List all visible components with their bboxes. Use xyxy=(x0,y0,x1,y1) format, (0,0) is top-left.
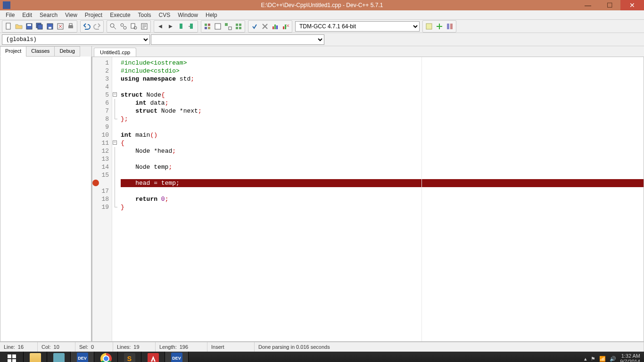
line-number[interactable]: 4 xyxy=(92,83,111,91)
line-number[interactable]: 14 xyxy=(92,163,111,171)
fold-end[interactable] xyxy=(112,115,119,123)
code-line[interactable]: { xyxy=(121,139,644,147)
stop-button[interactable] xyxy=(260,21,270,32)
goto-bookmark-button[interactable] xyxy=(186,21,197,32)
forward-button[interactable]: ► xyxy=(165,21,176,32)
code-line[interactable] xyxy=(121,187,644,195)
menu-search[interactable]: Search xyxy=(36,11,61,19)
code-line[interactable]: struct Node{ xyxy=(121,91,644,99)
goto-button[interactable] xyxy=(139,21,149,32)
code-line[interactable]: int main() xyxy=(121,131,644,139)
task-devcpp-2[interactable]: DEV xyxy=(165,352,189,362)
find-button[interactable] xyxy=(108,21,118,32)
line-number[interactable]: 15 xyxy=(92,171,111,179)
line-number[interactable]: 8 xyxy=(92,115,111,123)
menu-file[interactable]: File xyxy=(2,11,18,19)
save-all-button[interactable] xyxy=(34,21,45,32)
code-editor[interactable]: 123456789101112131415171819 −− #include<… xyxy=(92,57,644,342)
debug-button[interactable] xyxy=(249,21,260,32)
code-line[interactable]: head = temp; xyxy=(121,179,644,187)
line-number[interactable]: 5 xyxy=(92,91,111,99)
tray-flag-icon[interactable]: ⚑ xyxy=(591,356,595,362)
save-button[interactable] xyxy=(24,21,34,32)
error-marker-icon[interactable] xyxy=(92,179,111,187)
task-devcpp[interactable]: DEV xyxy=(71,352,94,362)
find-in-files-button[interactable] xyxy=(129,21,139,32)
menu-edit[interactable]: Edit xyxy=(18,11,36,19)
code-line[interactable] xyxy=(121,83,644,91)
fold-line[interactable] xyxy=(112,187,119,195)
bookmark-button[interactable] xyxy=(176,21,186,32)
back-button[interactable]: ◄ xyxy=(155,21,165,32)
line-number[interactable]: 13 xyxy=(92,155,111,163)
editor-tab[interactable]: Untitled1.cpp xyxy=(94,48,136,57)
task-chrome[interactable] xyxy=(94,352,118,362)
fold-line[interactable] xyxy=(112,99,119,107)
tray-volume-icon[interactable]: 🔊 xyxy=(610,356,616,362)
save-as-button[interactable] xyxy=(45,21,55,32)
menu-tools[interactable]: Tools xyxy=(134,11,155,19)
menu-execute[interactable]: Execute xyxy=(106,11,134,19)
menu-window[interactable]: Window xyxy=(174,11,202,19)
fold-line[interactable] xyxy=(112,163,119,171)
new-file-button[interactable] xyxy=(3,21,14,32)
code-line[interactable]: }; xyxy=(121,115,644,123)
open-button[interactable] xyxy=(14,21,24,32)
code-line[interactable] xyxy=(121,171,644,179)
fold-line[interactable] xyxy=(112,107,119,115)
tray-clock[interactable]: 1:32 AM 9/7/2014 xyxy=(620,353,640,362)
code-line[interactable]: using namespace std; xyxy=(121,75,644,83)
line-number[interactable]: 1 xyxy=(92,59,111,67)
code-line[interactable]: return 0; xyxy=(121,195,644,203)
menu-help[interactable]: Help xyxy=(202,11,221,19)
fold-toggle-icon[interactable]: − xyxy=(112,91,119,99)
project-tree[interactable] xyxy=(0,57,91,342)
fold-column[interactable]: −− xyxy=(112,57,119,341)
left-tab-debug[interactable]: Debug xyxy=(54,46,80,57)
fold-toggle-icon[interactable]: − xyxy=(112,139,119,147)
fold-line[interactable] xyxy=(112,195,119,203)
compiler-select[interactable]: TDM-GCC 4.7.1 64-bit xyxy=(295,21,420,32)
line-gutter[interactable]: 123456789101112131415171819 xyxy=(92,57,112,341)
menu-view[interactable]: View xyxy=(61,11,81,19)
code-line[interactable]: Node temp; xyxy=(121,163,644,171)
line-number[interactable]: 18 xyxy=(92,195,111,203)
task-explorer[interactable] xyxy=(24,352,47,362)
line-number[interactable]: 11 xyxy=(92,139,111,147)
insert-button[interactable] xyxy=(434,21,445,32)
profile-button[interactable] xyxy=(270,21,281,32)
redo-button[interactable] xyxy=(92,21,102,32)
code-area[interactable]: #include<iostream>#include<cstdio>using … xyxy=(119,57,644,341)
fold-line[interactable] xyxy=(112,179,119,187)
line-number[interactable]: 3 xyxy=(92,75,111,83)
compile-run-button[interactable] xyxy=(223,21,233,32)
line-number[interactable]: 17 xyxy=(92,187,111,195)
code-line[interactable]: Node *head; xyxy=(121,147,644,155)
code-line[interactable]: } xyxy=(121,203,644,211)
scope-select[interactable]: (globals) xyxy=(2,34,150,45)
toggle-button[interactable] xyxy=(445,21,455,32)
fold-line[interactable] xyxy=(112,147,119,155)
line-number[interactable]: 10 xyxy=(92,131,111,139)
line-number[interactable]: 9 xyxy=(92,123,111,131)
run-button[interactable] xyxy=(213,21,223,32)
task-sublime[interactable]: S xyxy=(118,352,141,362)
member-select[interactable] xyxy=(151,34,324,45)
maximize-button[interactable]: ☐ xyxy=(599,0,620,10)
task-adobe[interactable] xyxy=(141,352,165,362)
menu-cvs[interactable]: CVS xyxy=(155,11,174,19)
line-number[interactable]: 6 xyxy=(92,99,111,107)
replace-button[interactable] xyxy=(118,21,129,32)
code-line[interactable]: int data; xyxy=(121,99,644,107)
close-file-button[interactable] xyxy=(55,21,66,32)
code-line[interactable]: #include<iostream> xyxy=(121,59,644,67)
code-line[interactable]: #include<cstdio> xyxy=(121,67,644,75)
fold-end[interactable] xyxy=(112,203,119,211)
fold-line[interactable] xyxy=(112,171,119,179)
left-tab-project[interactable]: Project xyxy=(0,46,26,57)
start-button[interactable] xyxy=(0,352,24,362)
line-number[interactable]: 12 xyxy=(92,147,111,155)
task-calculator[interactable] xyxy=(47,352,71,362)
code-line[interactable] xyxy=(121,123,644,131)
tray-chevron-icon[interactable]: ▴ xyxy=(584,356,587,362)
